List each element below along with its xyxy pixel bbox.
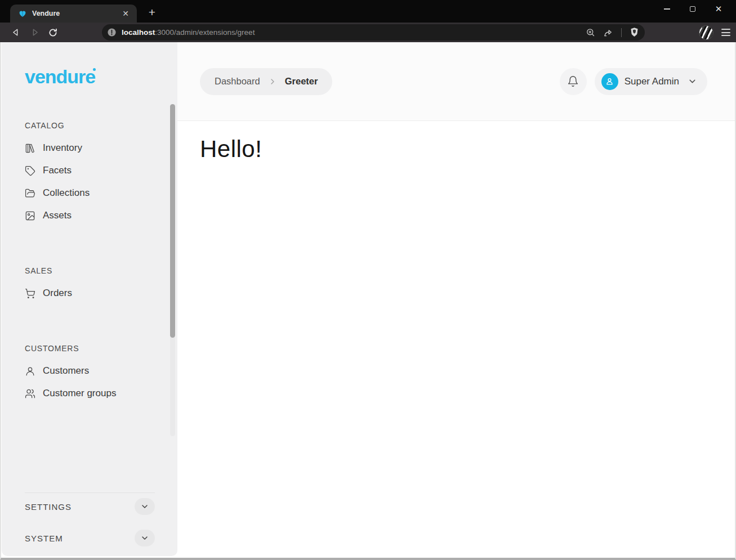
sidebar-item-label: Orders: [43, 288, 72, 299]
vendure-admin-app: vendure CATALOG Inventory Facets Col: [0, 42, 736, 560]
tab-close-icon[interactable]: ✕: [120, 8, 131, 19]
nav-section-catalog: CATALOG Inventory Facets Collections: [25, 120, 177, 227]
sidebar-item-label: Collections: [43, 187, 90, 199]
share-icon[interactable]: [603, 28, 613, 38]
address-bar[interactable]: localhost:3000/admin/extensions/greet: [102, 24, 645, 41]
system-expand-button[interactable]: [135, 530, 155, 546]
sidebar-item-label: Inventory: [43, 142, 82, 154]
breadcrumb: Dashboard Greeter: [200, 68, 332, 95]
settings-label: SETTINGS: [25, 502, 72, 512]
main-area: Dashboard Greeter Super Admin: [177, 42, 735, 558]
settings-expand-button[interactable]: [135, 498, 155, 515]
brave-shield-icon[interactable]: [630, 27, 639, 38]
section-label-sales: SALES: [25, 265, 177, 276]
section-label-catalog: CATALOG: [25, 120, 177, 131]
chevron-down-icon: [140, 534, 149, 543]
browser-tab[interactable]: Vendure ✕: [10, 5, 137, 23]
sidebar: vendure CATALOG Inventory Facets Col: [2, 42, 177, 556]
user-icon: [605, 77, 614, 86]
tag-icon: [25, 165, 35, 176]
sidebar-item-inventory[interactable]: Inventory: [25, 137, 177, 159]
section-label-customers: CUSTOMERS: [25, 343, 177, 354]
system-label: SYSTEM: [25, 534, 63, 543]
browser-titlebar: Vendure ✕ + ✕: [0, 0, 736, 23]
sidebar-item-collections[interactable]: Collections: [25, 182, 177, 204]
page-content: Hello!: [177, 121, 735, 558]
page-heading: Hello!: [200, 136, 735, 163]
back-button[interactable]: [8, 25, 24, 40]
forward-icon: [30, 28, 39, 37]
sidebar-item-label: Customer groups: [43, 388, 116, 399]
breadcrumb-dashboard[interactable]: Dashboard: [215, 76, 260, 87]
sidebar-section-settings[interactable]: SETTINGS: [25, 493, 155, 520]
reload-button[interactable]: [45, 25, 61, 40]
image-icon: [25, 210, 35, 221]
browser-navbar: localhost:3000/admin/extensions/greet: [0, 23, 736, 42]
user-menu[interactable]: Super Admin: [595, 68, 707, 95]
sidebar-item-assets[interactable]: Assets: [25, 204, 177, 227]
header-actions: Super Admin: [560, 68, 707, 95]
scrollbar-thumb[interactable]: [170, 104, 175, 338]
zoom-icon[interactable]: [586, 28, 595, 37]
shopping-cart-icon: [25, 288, 35, 299]
chevron-down-icon: [688, 77, 697, 86]
logo-dot: [93, 68, 96, 71]
address-bar-actions: [586, 27, 639, 38]
bell-icon: [567, 75, 579, 87]
sidebar-item-label: Facets: [43, 165, 72, 176]
maximize-icon: [690, 6, 695, 12]
sidebar-item-customer-groups[interactable]: Customer groups: [25, 382, 177, 405]
nav-section-customers: CUSTOMERS Customers Customer groups: [25, 343, 177, 405]
separator: [621, 28, 622, 37]
vendure-heart-icon: [18, 9, 27, 18]
maximize-button[interactable]: [680, 1, 706, 17]
sidebar-item-facets[interactable]: Facets: [25, 159, 177, 182]
profile-avatar[interactable]: [699, 25, 713, 40]
chevron-right-icon: [268, 77, 277, 86]
avatar: [601, 73, 618, 90]
sidebar-item-orders[interactable]: Orders: [25, 282, 177, 304]
nav-section-sales: SALES Orders: [25, 265, 177, 304]
url-host: localhost: [122, 28, 155, 37]
notifications-button[interactable]: [560, 68, 587, 95]
breadcrumb-current: Greeter: [285, 76, 318, 87]
reload-icon: [48, 28, 58, 38]
user-icon: [25, 366, 35, 377]
close-icon: ✕: [715, 4, 722, 14]
library-icon: [25, 143, 35, 154]
chevron-down-icon: [140, 502, 149, 511]
sidebar-section-system[interactable]: SYSTEM: [25, 525, 155, 552]
sidebar-item-customers[interactable]: Customers: [25, 360, 177, 382]
browser-window: Vendure ✕ + ✕ localhost:3000/admin/exten…: [0, 0, 736, 560]
sidebar-item-label: Assets: [43, 210, 72, 221]
url-text: localhost:3000/admin/extensions/greet: [122, 28, 586, 37]
user-name: Super Admin: [625, 76, 679, 87]
minimize-icon: [664, 8, 670, 10]
tab-title: Vendure: [32, 10, 120, 17]
new-tab-button[interactable]: +: [145, 5, 159, 20]
sidebar-scrollbar[interactable]: [170, 104, 175, 436]
users-icon: [25, 388, 35, 399]
folder-open-icon: [25, 188, 35, 199]
sidebar-item-label: Customers: [43, 365, 89, 377]
window-controls: ✕: [654, 0, 731, 18]
main-header: Dashboard Greeter Super Admin: [177, 42, 735, 121]
url-path: :3000/admin/extensions/greet: [155, 28, 255, 37]
site-info-icon[interactable]: [107, 28, 117, 37]
close-window-button[interactable]: ✕: [706, 1, 731, 17]
sidebar-nav: CATALOG Inventory Facets Collections: [25, 120, 177, 443]
back-icon: [11, 28, 21, 37]
forward-button[interactable]: [26, 25, 42, 40]
vendure-logo[interactable]: vendure: [25, 66, 95, 87]
menu-icon[interactable]: [721, 29, 730, 36]
minimize-button[interactable]: [654, 1, 680, 17]
